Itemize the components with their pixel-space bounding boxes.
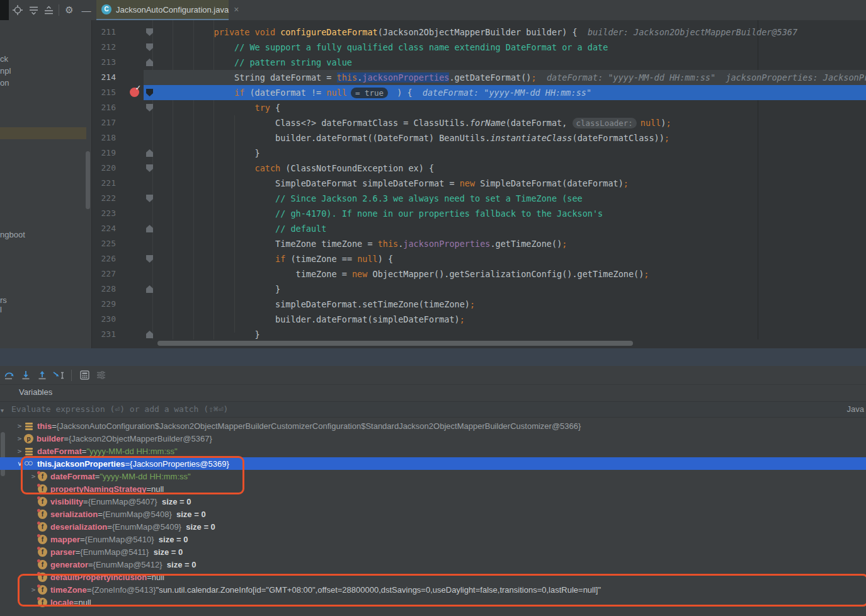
code-text: catch (ClassNotFoundException ex) { [152,161,434,176]
step-out-icon[interactable] [34,368,50,382]
project-tree-item-fragment[interactable]: npl [0,66,11,76]
variable-row-propertyNamingStrategy[interactable]: fpropertyNamingStrategy = null [0,482,866,495]
code-line-223: 223 // gh-4170). If none in our properti… [92,206,866,221]
expand-chevron-icon[interactable]: > [16,459,24,468]
code-segment: new [352,269,367,279]
code-text: if (dateFormat != null= true ) {dateForm… [152,85,591,101]
line-number: 224 [92,221,116,236]
code-segment: } [275,284,280,294]
code-segment: ; [664,133,669,143]
line-number: 216 [92,100,116,115]
hide-panel-icon[interactable]: — [80,0,93,20]
local-variable-icon [24,421,34,431]
variable-row-serialization[interactable]: fserialization = {EnumMap@5408} size = 0 [0,508,866,520]
variable-row-dateFormat[interactable]: >dateFormat = "yyyy-MM-dd HH:mm:ss" [0,445,866,457]
collapse-all-icon[interactable] [42,0,55,20]
code-line-230: 230 builder.dateFormat(simpleDateFormat)… [92,312,866,327]
run-to-cursor-icon[interactable] [50,368,67,382]
layout-settings-icon[interactable] [93,368,109,382]
variable-row-parser[interactable]: fparser = {EnumMap@5411} size = 0 [0,545,866,558]
expand-chevron-icon[interactable]: > [15,422,24,430]
expand-chevron-icon[interactable]: > [29,472,38,481]
variable-row-this.jacksonProperties[interactable]: >this.jacksonProperties = {JacksonProper… [0,457,866,470]
field-icon: f [38,472,47,481]
variable-value: = [107,522,112,532]
code-segment: // gh-4170). If none in our properties f… [275,208,603,219]
code-text: String dateFormat = this.jacksonProperti… [152,70,866,85]
variable-value: {JacksonAutoConfiguration$Jackson2Object… [57,421,581,431]
code-text: // gh-4170). If none in our properties f… [152,206,603,221]
variable-row-timeZone[interactable]: >ftimeZone = {ZoneInfo@5413} "sun.util.c… [0,583,866,596]
code-editor: 210211 private void configureDateFormat(… [92,20,866,348]
project-tree-scrollbar[interactable] [86,151,90,209]
code-line-225: 225 TimeZone timeZone = this.jacksonProp… [92,236,866,251]
code-segment: builder.dateFormat((DateFormat) BeanUtil… [275,133,490,143]
variable-row-mapper[interactable]: fmapper = {EnumMap@5410} size = 0 [0,533,866,545]
variable-row-builder[interactable]: >pbuilder = {Jackson2ObjectMapperBuilder… [0,432,866,445]
code-text: timeZone = new ObjectMapper().getSeriali… [152,266,649,282]
variable-name: builder [37,434,64,443]
code-segment: timeZone = [296,269,352,279]
project-tree-item-fragment[interactable]: l [0,305,2,314]
evaluate-expression-icon[interactable] [76,368,93,382]
code-line-226: 226 if (timeZone == null) { [92,251,866,266]
variable-row-generator[interactable]: fgenerator = {EnumMap@5412} size = 0 [0,558,866,571]
variable-name: dateFormat [50,472,95,481]
line-number: 225 [92,236,116,251]
editor-tab[interactable]: C JacksonAutoConfiguration.java × [96,0,229,19]
variable-value: = [147,573,152,582]
line-number: 223 [92,206,116,221]
variable-name: this.jacksonProperties [37,459,125,469]
code-segment: ; [562,239,567,249]
variable-row-locale[interactable]: flocale = null [0,596,866,608]
step-over-icon[interactable] [1,368,18,382]
code-text: } [152,145,260,161]
code-line-221: 221 SimpleDateFormat simpleDateFormat = … [92,176,866,191]
variable-value: = [125,459,130,469]
code-text: builder.dateFormat(simpleDateFormat); [152,312,465,327]
variable-value: = [76,547,81,557]
line-number: 211 [92,25,116,40]
code-segment: { [270,103,280,113]
settings-gear-icon[interactable]: ⚙ [63,0,76,20]
code-segment: jacksonProperties [362,72,449,83]
code-segment: ) { [378,254,393,264]
evaluate-expression-input[interactable]: Evaluate expression (⏎) or add a watch (… [0,401,866,418]
variable-row-dateFormat[interactable]: >fdateFormat = "yyyy-MM-dd HH:mm:ss" [0,470,866,482]
project-tree-item-fragment[interactable]: ck [0,54,8,64]
expand-chevron-icon[interactable]: > [29,586,38,594]
variable-name: propertyNamingStrategy [50,484,146,494]
parameter-icon: p [24,434,33,443]
code-segment: // pattern string value [234,57,352,67]
project-tree-item-fragment[interactable]: ngboot [0,230,25,239]
code-segment: (ClassNotFoundException ex) { [280,163,434,173]
debugger-inline-hint: dateFormat: "yyyy-MM-dd HH:mm:ss" [547,72,715,83]
variable-value: size = 0 [181,522,215,532]
expand-chevron-icon[interactable]: > [15,435,24,443]
project-tree-item-fragment[interactable]: on [0,78,9,88]
project-tree-selected-row[interactable] [0,127,86,139]
expand-chevron-icon[interactable]: > [15,447,24,455]
project-tree-item-fragment[interactable]: rs [0,295,7,305]
code-text: builder.dateFormat((DateFormat) BeanUtil… [152,130,669,145]
code-segment: .getDateFormat() [449,72,531,83]
code-segment: ObjectMapper().getSerializationConfig().… [367,269,644,279]
breakpoint-icon[interactable] [130,88,139,97]
variable-row-this[interactable]: >this = {JacksonAutoConfiguration$Jackso… [0,419,866,432]
locate-icon[interactable] [11,0,24,20]
code-segment: ) { [392,88,413,98]
variable-row-defaultPropertyInclusion[interactable]: fdefaultPropertyInclusion = null [0,571,866,583]
variable-row-deserialization[interactable]: fdeserialization = {EnumMap@5409} size =… [0,520,866,533]
code-text: // pattern string value [152,55,352,70]
code-segment: TimeZone timeZone = [275,239,378,249]
editor-horizontal-scrollbar[interactable] [157,341,633,346]
tab-variables[interactable]: Variables [19,387,52,397]
tab-close-icon[interactable]: × [234,5,239,14]
line-number: 220 [92,161,116,176]
step-into-icon[interactable] [18,368,34,382]
code-segment: ; [470,299,475,309]
expand-all-icon[interactable] [27,0,40,20]
variable-row-visibility[interactable]: fvisibility = {EnumMap@5407} size = 0 [0,495,866,508]
code-line-217: 217 Class<?> dateFormatClass = ClassUtil… [92,115,866,130]
field-icon: f [38,510,47,519]
